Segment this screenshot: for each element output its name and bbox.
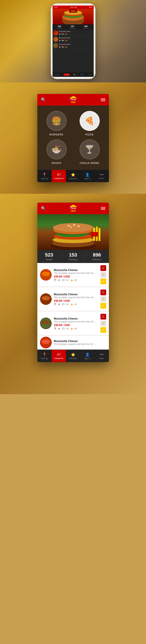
mini-bottom-nav: 📍 Near By 🏷 Categ ⭐ Fav 👤 Sign ••• More [52, 72, 94, 77]
cold-drink-icon: 🍸 [85, 145, 95, 154]
like-val-1: 57 [75, 279, 77, 281]
cart-button-2[interactable]: 🛒 [100, 290, 106, 295]
logo-top: Pizza [70, 98, 76, 101]
logo-roof-detail [69, 205, 77, 207]
nav-signin-detail[interactable]: 👤 Sign in [80, 350, 95, 362]
favorites-icon-detail: ⭐ [71, 352, 75, 357]
mini-food-list: Mozzarella Cheese 150.00 / USD ⏰ 90 💬 37… [52, 30, 94, 72]
food-image-3 [40, 318, 52, 329]
cart-button-1[interactable]: 🛒 [100, 265, 106, 271]
food-item-1[interactable]: Mozzarella Cheese This template supports… [37, 263, 109, 287]
bottom-nav-categories: 📍 Near By 🏷 Categories ⭐ Favorites 👤 Sig… [37, 170, 109, 182]
edit-button-2[interactable]: ✏ [100, 303, 106, 309]
share-button-2[interactable]: ↗ [100, 296, 106, 302]
status-bar: AT&T 10:37 AM 80% [52, 6, 94, 9]
comment-val-3: 37 [66, 328, 69, 330]
like-icon-1: 👍 [70, 279, 73, 281]
stat-following-mini: 153 following [70, 25, 75, 29]
stat-friends: 523 friends [37, 252, 61, 261]
share-button-1[interactable]: ↗ [100, 272, 106, 278]
food-info-2: Mozzarella Cheese This template supports… [54, 293, 99, 306]
food-meta-3: ⏰ 90 💬 37 👍 57 [54, 328, 99, 330]
bottom-nav-detail: 📍 Near By 🏷 Categories ⭐ Favorites 👤 Sig… [37, 350, 109, 362]
svg-rect-23 [99, 228, 100, 241]
nav-more[interactable]: ••• More [95, 170, 109, 182]
nav-favorites-mini[interactable]: ⭐ Fav [73, 74, 77, 75]
phone-mockup-section: AT&T 10:37 AM 80% [0, 0, 146, 82]
food-item-2[interactable]: Mozzarella Cheese This template supports… [37, 287, 109, 311]
nav-more-detail[interactable]: ••• More [95, 350, 109, 362]
food-name-4: Mozzarella Cheese [54, 340, 106, 343]
app-screen-categories: 🔍 Pizza Hut 🍔 BURGERS 🍕 [37, 94, 109, 182]
stats-bar: 523 friends 153 following 896 followers [37, 250, 109, 263]
mini-stats: 523 friends 153 following 896 followers [52, 24, 94, 30]
food-desc-2: This template supports text flow from le… [54, 296, 99, 298]
category-label-pizza: PIZZA [85, 133, 94, 136]
followers-count: 896 [85, 252, 109, 258]
svg-point-19 [78, 226, 80, 227]
time-val-3: 90 [58, 328, 60, 330]
menu-icon-detail[interactable] [101, 207, 105, 210]
comment-icon-1: 💬 [62, 279, 65, 281]
nav-more-mini[interactable]: ••• More [88, 74, 92, 75]
like-val-2: 57 [75, 303, 77, 306]
share-button-3[interactable]: ↗ [100, 320, 106, 326]
food-info-3: Mozzarella Cheese This template supports… [54, 317, 99, 330]
edit-button-1[interactable]: ✏ [100, 278, 106, 284]
cart-button-3[interactable]: 🛒 [100, 314, 106, 320]
category-label-soups: SOUPS [52, 162, 61, 164]
food-desc-4: This template supports text flow from le… [54, 343, 106, 346]
nav-categories-detail[interactable]: 🏷 Categories [52, 350, 66, 362]
svg-rect-24 [91, 232, 98, 236]
svg-text:Pizza: Pizza [71, 10, 75, 12]
category-pizza[interactable]: 🍕 PIZZA [75, 111, 104, 136]
nav-signin-mini[interactable]: 👤 Sign [81, 74, 84, 75]
food-price-2: 150.00 / USD [54, 299, 99, 302]
svg-point-17 [67, 225, 70, 226]
nav-categories-mini[interactable]: 🏷 Categ [63, 74, 70, 76]
nav-favorites[interactable]: ⭐ Favorites [66, 170, 80, 182]
nav-nearby-mini[interactable]: 📍 Near By [54, 74, 60, 75]
comment-icon-2: 💬 [62, 303, 65, 306]
stat-followers: 896 followers [85, 252, 109, 261]
hero-svg [37, 214, 109, 250]
food-actions-1: 🛒 ↗ ✏ [100, 265, 106, 284]
time-val-1: 90 [58, 279, 60, 281]
svg-point-20 [70, 227, 72, 228]
category-burgers[interactable]: 🍔 BURGERS [42, 111, 71, 136]
stat-friends-mini: 523 friends [57, 25, 61, 29]
category-circle-pizza: 🍕 [80, 111, 100, 131]
category-soups[interactable]: 🍜 SOUPS [42, 140, 71, 164]
food-meta-1: ⏰ 90 💬 37 👍 57 [54, 279, 99, 281]
food-item-4[interactable]: Mozzarella Cheese This template supports… [37, 336, 109, 349]
nav-nearby[interactable]: 📍 Near By [37, 170, 52, 182]
svg-point-18 [73, 224, 75, 226]
signin-icon-detail: 👤 [85, 352, 90, 357]
categories-icon: 🏷 [57, 172, 61, 176]
item-info: Mozzarella Cheese 150.00 / USD ⏰ 90 💬 37… [59, 37, 93, 41]
signin-icon: 👤 [85, 172, 90, 177]
category-circle-burgers: 🍔 [46, 111, 67, 131]
food-name-3: Mozzarella Cheese [54, 317, 99, 320]
svg-point-32 [42, 339, 50, 344]
detail-section: 🔍 Pizza Hut [0, 194, 146, 394]
food-meta-2: ⏰ 90 💬 37 👍 57 [54, 303, 99, 306]
search-icon[interactable]: 🔍 [41, 97, 46, 102]
logo-bottom: Hut [71, 101, 76, 104]
comment-val-1: 37 [66, 279, 69, 281]
category-label-drink: COULD DRINK [80, 162, 100, 164]
nav-nearby-detail[interactable]: 📍 Near By [37, 350, 52, 362]
category-label-burgers: BURGERS [49, 133, 63, 136]
nav-favorites-detail[interactable]: ⭐ Favorites [66, 350, 80, 362]
nav-categories[interactable]: 🏷 Categories [52, 170, 66, 182]
category-cold-drink[interactable]: 🍸 COULD DRINK [75, 140, 104, 164]
app-logo-detail: Pizza Hut [69, 205, 77, 212]
food-item-3[interactable]: Mozzarella Cheese This template supports… [37, 312, 109, 335]
menu-icon[interactable] [101, 98, 105, 101]
nav-signin[interactable]: 👤 Sign in [80, 170, 95, 182]
logo-roof [69, 96, 77, 98]
search-icon-detail[interactable]: 🔍 [41, 206, 46, 211]
edit-button-3[interactable]: ✏ [100, 327, 106, 333]
food-name-2: Mozzarella Cheese [54, 293, 99, 296]
burgers-icon: 🍔 [51, 116, 61, 126]
